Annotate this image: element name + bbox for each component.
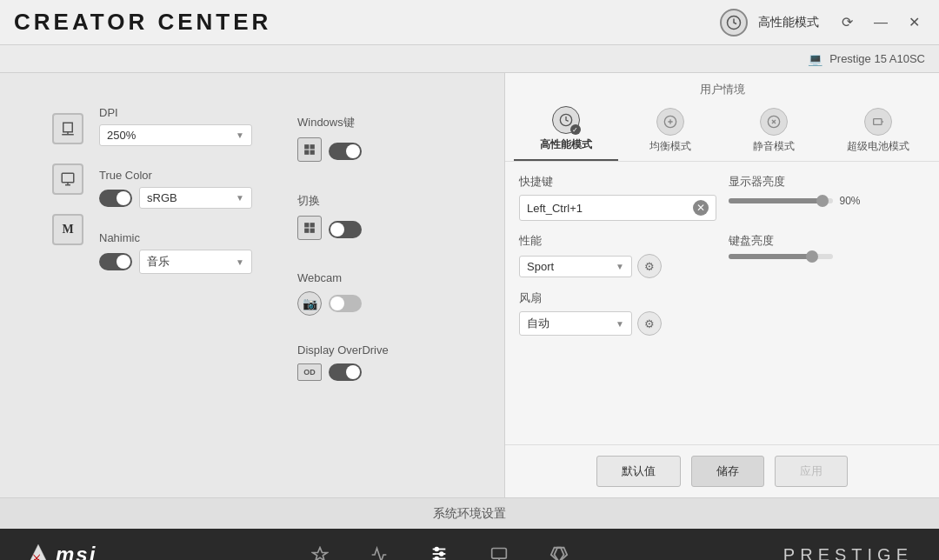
svg-marker-31 bbox=[555, 548, 564, 560]
nahimic-select[interactable]: 音乐 ▼ bbox=[139, 250, 252, 274]
super-battery-icon bbox=[864, 108, 892, 136]
true-color-label: True Color bbox=[99, 169, 252, 182]
performance-value: Sport bbox=[527, 260, 554, 273]
fan-chevron-icon: ▼ bbox=[616, 319, 624, 329]
overdrive-row: OD bbox=[297, 363, 389, 381]
dpi-setting: DPI 250% ▼ bbox=[92, 99, 263, 153]
fan-select[interactable]: 自动 ▼ bbox=[519, 311, 632, 336]
performance-col: 性能 Sport ▼ ⚙ bbox=[519, 233, 716, 278]
right-panel: 用户情境 ✓ 高性能模式 bbox=[504, 73, 939, 497]
true-color-toggle[interactable] bbox=[99, 190, 132, 207]
title-right-controls: 高性能模式 ⟳ — ✕ bbox=[720, 9, 925, 37]
device-label: Prestige 15 A10SC bbox=[829, 52, 925, 65]
display-brightness-label: 显示器亮度 bbox=[729, 174, 926, 190]
svg-rect-10 bbox=[310, 150, 315, 155]
tab-high-performance[interactable]: ✓ 高性能模式 bbox=[514, 101, 618, 161]
webcam-label: Webcam bbox=[297, 271, 389, 284]
bottom-nav: ⚔ msi bbox=[0, 529, 939, 560]
footer-label: 系统环境设置 bbox=[433, 506, 506, 522]
keyboard-brightness-slider-container bbox=[729, 254, 926, 259]
true-color-select[interactable]: sRGB ▼ bbox=[139, 187, 252, 209]
tab-balanced[interactable]: 均衡模式 bbox=[618, 103, 723, 161]
shortcut-input[interactable]: Left_Ctrl+1 ✕ bbox=[519, 195, 716, 221]
fan-select-row: 自动 ▼ ⚙ bbox=[519, 311, 716, 336]
dpi-select[interactable]: 250% ▼ bbox=[99, 124, 252, 146]
close-button[interactable]: ✕ bbox=[903, 10, 925, 34]
mode-label: 高性能模式 bbox=[758, 15, 819, 30]
overdrive-label: Display OverDrive bbox=[297, 343, 389, 357]
true-color-icon bbox=[52, 163, 83, 195]
nahimic-icon: M bbox=[52, 214, 83, 245]
nahimic-label: Nahimic bbox=[99, 231, 252, 244]
nav-display-icon[interactable] bbox=[487, 543, 511, 560]
webcam-setting: Webcam 📷 bbox=[297, 264, 389, 323]
performance-label: 性能 bbox=[519, 233, 716, 249]
dpi-label: DPI bbox=[99, 106, 252, 119]
tab-super-battery-label: 超级电池模式 bbox=[847, 139, 909, 154]
nahimic-toggle[interactable] bbox=[99, 253, 132, 270]
display-brightness-col: 显示器亮度 90% bbox=[729, 174, 926, 221]
true-color-chevron-icon: ▼ bbox=[236, 193, 244, 203]
windows-key-setting: Windows键 bbox=[297, 108, 389, 172]
nahimic-toggle-row: 音乐 ▼ bbox=[99, 250, 252, 274]
tab-high-perf-label: 高性能模式 bbox=[540, 137, 592, 152]
nav-activity-icon[interactable] bbox=[367, 543, 391, 560]
svg-rect-8 bbox=[310, 144, 315, 149]
default-button[interactable]: 默认值 bbox=[596, 456, 681, 487]
nav-diamond-icon[interactable] bbox=[546, 542, 572, 560]
dpi-chevron-icon: ▼ bbox=[236, 130, 244, 140]
overdrive-toggle[interactable] bbox=[329, 363, 362, 381]
sub-header: 💻 Prestige 15 A10SC bbox=[0, 45, 939, 73]
bottom-buttons: 默认值 储存 应用 bbox=[505, 444, 939, 497]
performance-gear-button[interactable]: ⚙ bbox=[637, 254, 662, 278]
user-scenario-label: 用户情境 bbox=[505, 73, 939, 101]
settings-row-3: 风扇 自动 ▼ ⚙ bbox=[519, 290, 925, 336]
shortcut-clear-button[interactable]: ✕ bbox=[693, 200, 709, 216]
overdrive-setting: Display OverDrive OD bbox=[297, 337, 389, 388]
windows-key-toggle[interactable] bbox=[329, 143, 362, 160]
tab-balanced-label: 均衡模式 bbox=[649, 139, 691, 154]
svg-rect-18 bbox=[874, 119, 882, 125]
refresh-button[interactable]: ⟳ bbox=[836, 10, 858, 34]
footer: 系统环境设置 bbox=[0, 497, 939, 529]
svg-rect-13 bbox=[304, 229, 309, 233]
settings-col-left: DPI 250% ▼ True Color sRGB bbox=[92, 99, 263, 388]
shortcut-value: Left_Ctrl+1 bbox=[527, 202, 583, 215]
settings-col-right: Windows键 切换 bbox=[297, 99, 389, 388]
display-brightness-thumb[interactable] bbox=[816, 195, 829, 207]
settings-row-2: 性能 Sport ▼ ⚙ 键盘亮度 bbox=[519, 233, 925, 278]
nav-sliders-icon[interactable] bbox=[426, 541, 452, 560]
svg-point-25 bbox=[440, 552, 443, 556]
settings-row-1: 快捷键 Left_Ctrl+1 ✕ 显示器亮度 90% bbox=[519, 174, 925, 221]
shortcut-col: 快捷键 Left_Ctrl+1 ✕ bbox=[519, 174, 716, 221]
save-button[interactable]: 储存 bbox=[691, 456, 764, 487]
tab-silent[interactable]: 静音模式 bbox=[723, 103, 827, 161]
tab-super-battery[interactable]: 超级电池模式 bbox=[826, 103, 930, 161]
keyboard-brightness-track bbox=[729, 254, 833, 259]
switch-toggle[interactable]: FN bbox=[329, 221, 362, 238]
fan-gear-button[interactable]: ⚙ bbox=[637, 311, 662, 336]
mode-tabs: ✓ 高性能模式 均衡模式 bbox=[505, 101, 939, 162]
switch-setting: 切换 FN bbox=[297, 186, 389, 250]
msi-dragon-icon: ⚔ bbox=[26, 543, 50, 560]
svg-rect-12 bbox=[310, 223, 315, 227]
svg-marker-1 bbox=[63, 123, 73, 132]
nav-pin-icon[interactable] bbox=[308, 543, 332, 560]
high-perf-icon: ✓ bbox=[552, 106, 580, 134]
svg-rect-9 bbox=[304, 150, 309, 155]
main-content: M DPI 250% ▼ True Color bbox=[0, 73, 939, 497]
keyboard-brightness-thumb[interactable] bbox=[806, 250, 818, 263]
svg-marker-30 bbox=[551, 548, 567, 560]
nahimic-setting: Nahimic 音乐 ▼ bbox=[92, 224, 263, 281]
fan-label: 风扇 bbox=[519, 290, 716, 306]
empty-col bbox=[729, 290, 926, 336]
webcam-toggle[interactable] bbox=[329, 295, 362, 312]
left-settings-layout: M DPI 250% ▼ True Color bbox=[52, 90, 478, 388]
minimize-button[interactable]: — bbox=[869, 11, 893, 34]
nahimic-chevron-icon: ▼ bbox=[236, 257, 244, 267]
apply-button[interactable]: 应用 bbox=[775, 456, 848, 487]
performance-select[interactable]: Sport ▼ bbox=[519, 256, 632, 277]
settings-rows: DPI 250% ▼ True Color sRGB bbox=[92, 99, 478, 388]
balanced-icon bbox=[656, 108, 684, 136]
title-bar: CREATOR CENTER 高性能模式 ⟳ — ✕ bbox=[0, 0, 939, 45]
